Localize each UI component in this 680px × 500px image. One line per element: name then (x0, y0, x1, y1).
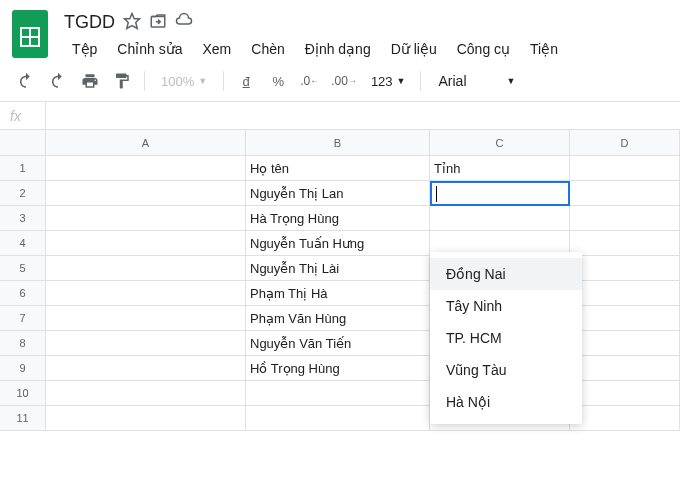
cell-B10[interactable] (246, 381, 430, 406)
cell-B3[interactable]: Hà Trọng Hùng (246, 206, 430, 231)
menu-bar: Tệp Chỉnh sửa Xem Chèn Định dạng Dữ liệu… (64, 37, 668, 61)
cell-B5[interactable]: Nguyễn Thị Lài (246, 256, 430, 281)
fx-label: fx (0, 102, 46, 129)
cell-D6[interactable] (570, 281, 680, 306)
cell-D11[interactable] (570, 406, 680, 431)
percent-button[interactable]: % (264, 67, 292, 95)
cell-D5[interactable] (570, 256, 680, 281)
redo-button[interactable] (44, 67, 72, 95)
cell-D8[interactable] (570, 331, 680, 356)
col-header-A[interactable]: A (46, 130, 246, 156)
cloud-icon[interactable] (175, 12, 193, 33)
cell-A3[interactable] (46, 206, 246, 231)
menu-tools[interactable]: Công cụ (449, 37, 518, 61)
cell-A6[interactable] (46, 281, 246, 306)
cell-A5[interactable] (46, 256, 246, 281)
formula-input[interactable] (46, 102, 680, 129)
cell-D2[interactable] (570, 181, 680, 206)
cell-D4[interactable] (570, 231, 680, 256)
menu-edit[interactable]: Chỉnh sửa (109, 37, 190, 61)
cell-A11[interactable] (46, 406, 246, 431)
currency-button[interactable]: đ (232, 67, 260, 95)
cell-A9[interactable] (46, 356, 246, 381)
svg-marker-4 (125, 14, 140, 29)
row-header-7[interactable]: 7 (0, 306, 46, 331)
row-header-3[interactable]: 3 (0, 206, 46, 231)
dropdown-item[interactable]: Vũng Tàu (430, 354, 582, 386)
cell-D7[interactable] (570, 306, 680, 331)
cell-A1[interactable] (46, 156, 246, 181)
cell-C3[interactable] (430, 206, 570, 231)
dropdown-item[interactable]: TP. HCM (430, 322, 582, 354)
menu-data[interactable]: Dữ liệu (383, 37, 445, 61)
row-header-4[interactable]: 4 (0, 231, 46, 256)
increase-decimal-button[interactable]: .00→ (327, 67, 361, 95)
row-header-10[interactable]: 10 (0, 381, 46, 406)
zoom-select[interactable]: 100% ▼ (153, 74, 215, 89)
menu-insert[interactable]: Chèn (243, 37, 292, 61)
cell-A8[interactable] (46, 331, 246, 356)
cell-A4[interactable] (46, 231, 246, 256)
cell-B4[interactable]: Nguyễn Tuấn Hưng (246, 231, 430, 256)
formula-bar: fx (0, 102, 680, 130)
cell-B9[interactable]: Hồ Trọng Hùng (246, 356, 430, 381)
menu-format[interactable]: Định dạng (297, 37, 379, 61)
cell-B6[interactable]: Phạm Thị Hà (246, 281, 430, 306)
dropdown-item[interactable]: Đồng Nai (430, 258, 582, 290)
col-header-B[interactable]: B (246, 130, 430, 156)
print-button[interactable] (76, 67, 104, 95)
row-header-11[interactable]: 11 (0, 406, 46, 431)
row-header-5[interactable]: 5 (0, 256, 46, 281)
cell-A10[interactable] (46, 381, 246, 406)
cell-D3[interactable] (570, 206, 680, 231)
validation-dropdown: Đồng Nai Tây Ninh TP. HCM Vũng Tàu Hà Nộ… (430, 252, 582, 424)
cell-D10[interactable] (570, 381, 680, 406)
paint-format-button[interactable] (108, 67, 136, 95)
cell-C2[interactable] (430, 181, 570, 206)
cell-B11[interactable] (246, 406, 430, 431)
row-header-9[interactable]: 9 (0, 356, 46, 381)
menu-view[interactable]: Xem (195, 37, 240, 61)
cell-B7[interactable]: Phạm Văn Hùng (246, 306, 430, 331)
row-header-1[interactable]: 1 (0, 156, 46, 181)
number-format-select[interactable]: 123▼ (365, 74, 412, 89)
doc-title[interactable]: TGDD (64, 12, 115, 33)
font-select[interactable]: Arial▼ (429, 73, 526, 89)
cell-B2[interactable]: Nguyễn Thị Lan (246, 181, 430, 206)
select-all-corner[interactable] (0, 130, 46, 156)
cell-A7[interactable] (46, 306, 246, 331)
cell-B8[interactable]: Nguyễn Văn Tiến (246, 331, 430, 356)
star-icon[interactable] (123, 12, 141, 33)
cell-B1[interactable]: Họ tên (246, 156, 430, 181)
cell-A2[interactable] (46, 181, 246, 206)
move-icon[interactable] (149, 12, 167, 33)
dropdown-item[interactable]: Hà Nội (430, 386, 582, 418)
cell-D1[interactable] (570, 156, 680, 181)
col-header-D[interactable]: D (570, 130, 680, 156)
col-header-C[interactable]: C (430, 130, 570, 156)
menu-extensions[interactable]: Tiện (522, 37, 566, 61)
cell-C1[interactable]: Tỉnh (430, 156, 570, 181)
cell-D9[interactable] (570, 356, 680, 381)
row-header-8[interactable]: 8 (0, 331, 46, 356)
toolbar: 100% ▼ đ % .0← .00→ 123▼ Arial▼ (0, 61, 680, 102)
sheets-logo[interactable] (12, 8, 52, 60)
row-header-2[interactable]: 2 (0, 181, 46, 206)
undo-button[interactable] (12, 67, 40, 95)
menu-file[interactable]: Tệp (64, 37, 105, 61)
row-header-6[interactable]: 6 (0, 281, 46, 306)
decrease-decimal-button[interactable]: .0← (296, 67, 323, 95)
dropdown-item[interactable]: Tây Ninh (430, 290, 582, 322)
